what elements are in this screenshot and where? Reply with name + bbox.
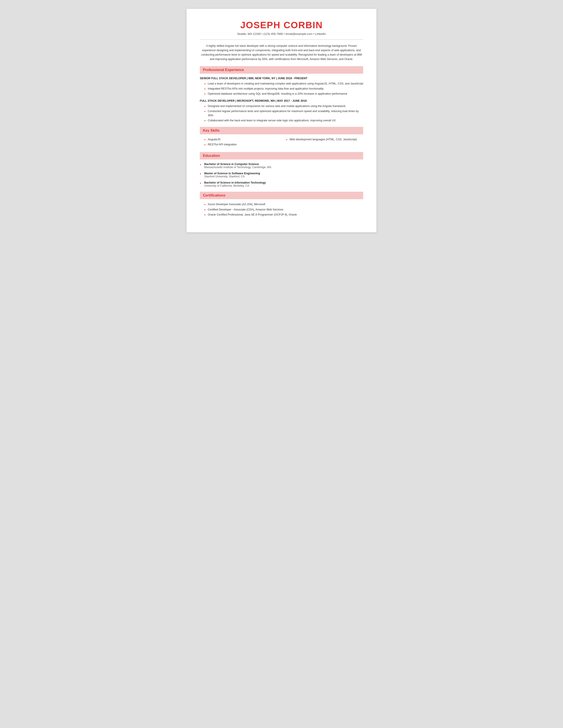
job-microsoft-bullets: Designed and implemented UI components f… bbox=[200, 104, 363, 122]
contact-info: Seattle, WA 12345 • (123) 456-7890 • ema… bbox=[200, 32, 363, 36]
job-ibm: SENIOR FULL STACK DEVELOPER | IBM, NEW Y… bbox=[200, 77, 363, 96]
skills-col1: AngularJS RESTful API integration bbox=[200, 137, 282, 148]
education-content-1: Master of Science in Software Engineerin… bbox=[204, 172, 260, 178]
professional-experience-section: Professional Experience SENIOR FULL STAC… bbox=[200, 66, 363, 122]
education-item-2: Bachelor of Science in Information Techn… bbox=[200, 181, 363, 187]
education-title: Education bbox=[203, 154, 220, 158]
education-degree-2: Bachelor of Science in Information Techn… bbox=[204, 181, 266, 184]
education-school-2: University of California, Berkeley, CA bbox=[204, 184, 266, 187]
header-divider bbox=[200, 39, 363, 40]
education-school-0: Massachusetts Institute of Technology, C… bbox=[204, 166, 271, 169]
list-item: Collaborated with the back-end team to i… bbox=[204, 118, 363, 123]
list-item: Optimized database architecture using SQ… bbox=[204, 92, 363, 96]
education-item-0: Bachelor of Science in Computer Science … bbox=[200, 163, 363, 169]
list-item: Oracle Certified Professional, Java SE 8… bbox=[204, 213, 363, 217]
education-content-0: Bachelor of Science in Computer Science … bbox=[204, 163, 271, 169]
summary-text: A highly skilled Angular full stack deve… bbox=[200, 44, 363, 61]
professional-experience-title: Professional Experience bbox=[203, 68, 244, 72]
certifications-title: Certifications bbox=[203, 193, 225, 197]
skills-col2: Web development languages (HTML, CSS, Ja… bbox=[282, 137, 363, 148]
candidate-name: JOSEPH CORBIN bbox=[200, 20, 363, 30]
certifications-section: Certifications Azure Developer Associate… bbox=[200, 192, 363, 217]
job-ibm-bullets: Lead a team of developers in creating an… bbox=[200, 82, 363, 96]
list-item: Conducted regular performance tests and … bbox=[204, 109, 363, 118]
education-degree-0: Bachelor of Science in Computer Science bbox=[204, 163, 271, 166]
education-section: Education Bachelor of Science in Compute… bbox=[200, 152, 363, 187]
list-item: Web development languages (HTML, CSS, Ja… bbox=[286, 137, 363, 142]
job-ibm-title: SENIOR FULL STACK DEVELOPER | IBM, NEW Y… bbox=[200, 77, 363, 80]
certifications-header: Certifications bbox=[200, 192, 363, 199]
list-item: Certified Developer - Associate (CDA), A… bbox=[204, 208, 363, 212]
job-microsoft: FULL STACK DEVELOPER | MICROSOFT, REDMON… bbox=[200, 99, 363, 122]
skills-grid: AngularJS RESTful API integration Web de… bbox=[200, 137, 363, 148]
list-item: AngularJS bbox=[204, 137, 282, 142]
list-item: Lead a team of developers in creating an… bbox=[204, 82, 363, 86]
education-school-1: Stanford University, Stanford, CA bbox=[204, 175, 260, 178]
key-skills-section: Key Skills AngularJS RESTful API integra… bbox=[200, 127, 363, 148]
professional-experience-header: Professional Experience bbox=[200, 66, 363, 74]
list-item: Integrated RESTful APIs into multiple pr… bbox=[204, 87, 363, 91]
resume-page: JOSEPH CORBIN Seattle, WA 12345 • (123) … bbox=[186, 9, 377, 232]
job-microsoft-title: FULL STACK DEVELOPER | MICROSOFT, REDMON… bbox=[200, 99, 363, 102]
header: JOSEPH CORBIN Seattle, WA 12345 • (123) … bbox=[200, 20, 363, 36]
education-item-1: Master of Science in Software Engineerin… bbox=[200, 172, 363, 178]
key-skills-header: Key Skills bbox=[200, 127, 363, 134]
list-item: RESTful API integration bbox=[204, 143, 282, 147]
list-item: Designed and implemented UI components f… bbox=[204, 104, 363, 108]
education-content-2: Bachelor of Science in Information Techn… bbox=[204, 181, 266, 187]
key-skills-title: Key Skills bbox=[203, 129, 220, 132]
education-degree-1: Master of Science in Software Engineerin… bbox=[204, 172, 260, 175]
list-item: Azure Developer Associate (AZ-204), Micr… bbox=[204, 202, 363, 206]
education-header: Education bbox=[200, 152, 363, 159]
certifications-list: Azure Developer Associate (AZ-204), Micr… bbox=[200, 202, 363, 217]
